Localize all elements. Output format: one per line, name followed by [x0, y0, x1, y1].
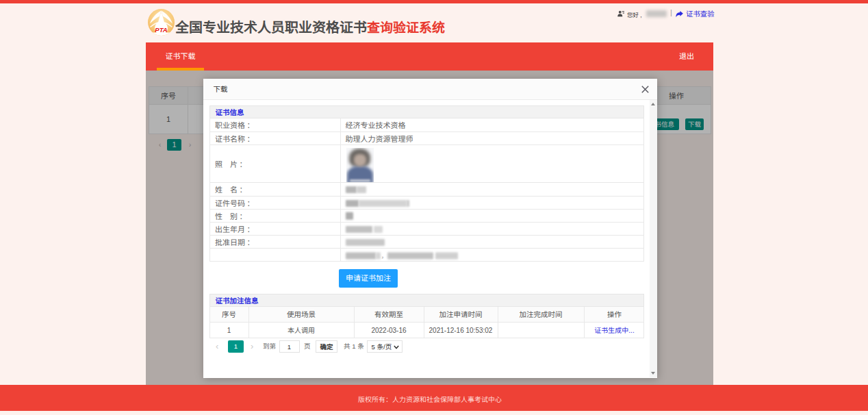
svg-text:PTA: PTA: [155, 26, 167, 34]
